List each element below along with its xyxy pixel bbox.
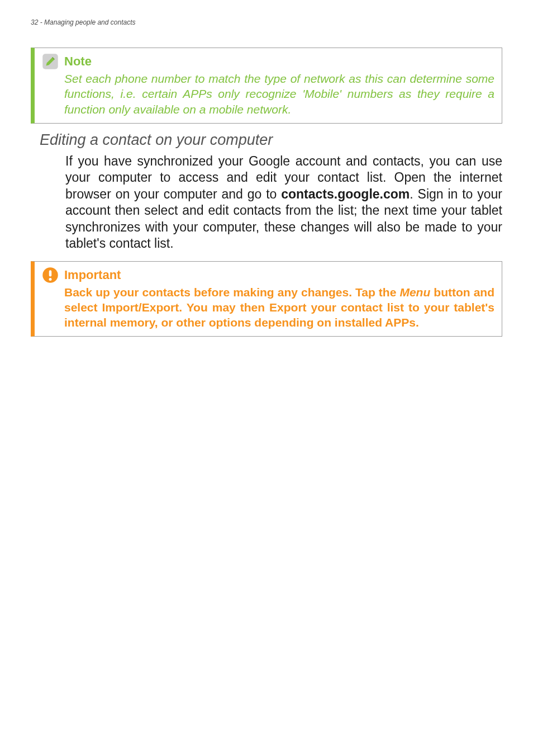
important-callout: Important Back up your contacts before m… [31, 261, 502, 337]
body-paragraph: If you have synchronized your Google acc… [65, 153, 502, 252]
important-head: Important [42, 267, 494, 284]
note-head: Note [42, 53, 494, 70]
document-page: 32 - Managing people and contacts Note S… [0, 0, 533, 756]
note-callout: Note Set each phone number to match the … [31, 48, 502, 124]
important-body-pre: Back up your contacts before making any … [64, 286, 399, 299]
note-body: Set each phone number to match the type … [64, 71, 494, 117]
section-name: Managing people and contacts [44, 18, 135, 26]
important-body: Back up your contacts before making any … [64, 285, 494, 330]
svg-point-3 [49, 278, 52, 281]
note-title: Note [64, 54, 92, 69]
section-subtitle: Editing a contact on your computer [40, 131, 502, 149]
menu-emphasis: Menu [399, 286, 430, 299]
important-title: Important [64, 268, 121, 282]
pencil-icon [42, 53, 59, 70]
page-number: 32 [31, 18, 38, 26]
contacts-link: contacts.google.com [281, 187, 410, 201]
page-header: 32 - Managing people and contacts [31, 18, 502, 26]
svg-rect-2 [49, 270, 52, 276]
exclamation-icon [42, 267, 59, 284]
